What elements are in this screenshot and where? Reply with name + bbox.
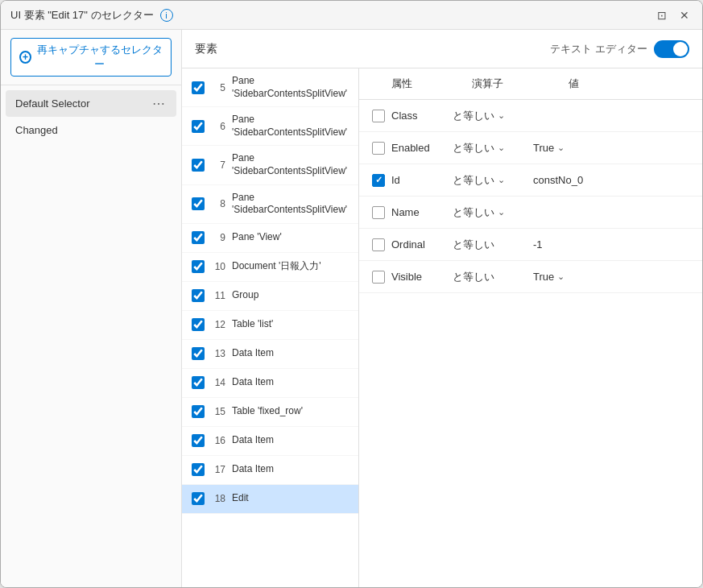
element-name-5: Pane'SidebarContentsSplitView' [232,75,347,100]
recapture-button[interactable]: + 再キャプチャするセレクター [10,38,172,77]
element-checkbox-16[interactable] [192,434,205,447]
prop-checkbox-ordinal[interactable] [372,238,385,251]
element-number-5: 5 [211,82,225,93]
element-row-8[interactable]: 8 Pane'SidebarContentsSplitView' [182,185,358,224]
main-content: + 再キャプチャするセレクター Default Selector ⋯ Chang… [1,30,702,587]
element-checkbox-15[interactable] [192,405,205,418]
prop-op-chevron-class[interactable]: ⌄ [498,110,505,121]
properties-panel: 属性 演算子 値 Class と等しい ⌄ [359,68,702,587]
element-row-5[interactable]: 5 Pane'SidebarContentsSplitView' [182,68,358,107]
selector-list: Default Selector ⋯ Changed [1,85,181,587]
element-number-12: 12 [211,319,225,330]
prop-op-text-enabled: と等しい [453,141,494,155]
element-number-15: 15 [211,406,225,417]
prop-row-visible: Visible と等しい True ⌄ [359,261,702,293]
element-row-12[interactable]: 12 Table 'list' [182,311,358,340]
element-number-6: 6 [211,121,225,132]
element-number-9: 9 [211,232,225,243]
close-button[interactable]: ✕ [676,7,693,23]
element-row-17[interactable]: 17 Data Item [182,456,358,485]
element-checkbox-18[interactable] [192,492,205,505]
element-checkbox-9[interactable] [192,231,205,244]
element-checkbox-6[interactable] [192,120,205,133]
text-editor-label: テキスト エディター [550,42,647,56]
element-number-18: 18 [211,493,225,504]
element-name-8: Pane'SidebarContentsSplitView' [232,192,347,217]
title-bar-left: UI 要素 "Edit 17" のセレクター i [10,8,173,23]
prop-attr-class: Class [385,110,453,122]
prop-attr-enabled: Enabled [385,142,453,154]
prop-attr-ordinal: Ordinal [385,238,453,251]
element-row-13[interactable]: 13 Data Item [182,340,358,369]
element-name-14: Data Item [232,376,274,389]
selector-label: Default Selector [15,97,90,110]
element-row-14[interactable]: 14 Data Item [182,369,358,398]
prop-val-ordinal: -1 [533,238,689,251]
element-row-16[interactable]: 16 Data Item [182,427,358,456]
element-row-7[interactable]: 7 Pane'SidebarContentsSplitView' [182,146,358,184]
prop-op-chevron-id[interactable]: ⌄ [498,175,505,185]
element-row-6[interactable]: 6 Pane'SidebarContentsSplitView' [182,107,358,146]
element-row-15[interactable]: 15 Table 'fixed_row' [182,398,358,427]
prop-op-text-ordinal: と等しい [453,238,494,252]
element-checkbox-5[interactable] [192,81,205,94]
prop-op-ordinal: と等しい [453,238,533,252]
prop-checkbox-visible[interactable] [372,271,385,284]
element-name-17: Data Item [232,463,274,476]
element-name-6: Pane'SidebarContentsSplitView' [232,114,347,139]
element-number-11: 11 [211,290,225,301]
prop-row-name: Name と等しい ⌄ [359,197,702,229]
info-icon[interactable]: i [160,9,173,22]
right-header: 要素 テキスト エディター [182,30,702,68]
element-checkbox-7[interactable] [192,159,205,172]
element-row-11[interactable]: 11 Group [182,282,358,311]
sidebar-item-changed[interactable]: Changed [1,118,181,142]
prop-col-val: 値 [569,77,689,91]
prop-val-text-enabled: True [533,142,554,154]
element-row-18[interactable]: 18 Edit [182,485,358,514]
restore-button[interactable]: ⊡ [654,7,670,23]
recapture-label: 再キャプチャするセレクター [36,43,163,72]
prop-op-chevron-name[interactable]: ⌄ [498,207,505,217]
properties-header: 属性 演算子 値 [359,68,702,100]
element-checkbox-8[interactable] [192,197,205,210]
element-checkbox-13[interactable] [192,347,205,360]
element-name-15: Table 'fixed_row' [232,405,303,418]
element-name-16: Data Item [232,434,274,447]
prop-val-chevron-visible[interactable]: ⌄ [557,271,564,282]
prop-checkbox-enabled[interactable] [372,142,385,155]
element-checkbox-11[interactable] [192,289,205,302]
changed-label: Changed [15,124,58,136]
prop-val-text-id: constNo_0 [533,174,583,186]
prop-val-id: constNo_0 [533,174,689,186]
sidebar-header: + 再キャプチャするセレクター [1,30,181,85]
prop-checkbox-class[interactable] [372,110,385,122]
element-number-10: 10 [211,261,225,272]
text-editor-toggle[interactable] [654,40,689,58]
element-number-14: 14 [211,377,225,388]
element-checkbox-10[interactable] [192,260,205,273]
right-section: 要素 テキスト エディター 5 Pane'Side [182,30,702,587]
element-name-11: Group [232,289,258,302]
element-checkbox-14[interactable] [192,376,205,389]
prop-checkbox-id[interactable] [372,174,385,187]
element-checkbox-17[interactable] [192,463,205,476]
element-name-9: Pane 'View' [232,231,282,244]
prop-attr-id: Id [385,174,453,186]
selector-menu-icon[interactable]: ⋯ [151,96,167,111]
element-name-12: Table 'list' [232,318,273,331]
prop-val-enabled: True ⌄ [533,142,689,154]
prop-val-chevron-enabled[interactable]: ⌄ [557,143,564,153]
element-checkbox-12[interactable] [192,318,205,331]
element-number-13: 13 [211,348,225,359]
prop-op-class: と等しい ⌄ [453,109,533,123]
sidebar-item-default-selector[interactable]: Default Selector ⋯ [6,90,176,117]
recapture-icon: + [19,51,31,64]
element-row-10[interactable]: 10 Document '日報入力' [182,253,358,282]
sidebar: + 再キャプチャするセレクター Default Selector ⋯ Chang… [1,30,182,587]
prop-op-chevron-enabled[interactable]: ⌄ [498,143,505,153]
element-number-8: 8 [211,198,225,209]
prop-checkbox-name[interactable] [372,206,385,219]
toggle-slider [654,40,689,58]
element-row-9[interactable]: 9 Pane 'View' [182,224,358,253]
